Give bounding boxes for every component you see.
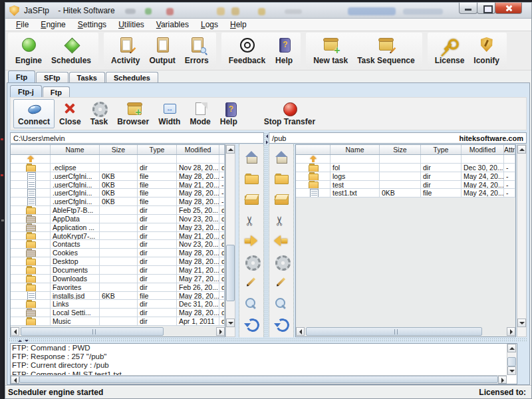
table-row[interactable]: test dir May 24, 20... - [296, 181, 515, 190]
toolbar-button[interactable]: Feedback [224, 34, 270, 67]
strip-button[interactable] [273, 295, 290, 311]
table-row[interactable]: AppData dir Nov 23, 20... d [11, 215, 225, 223]
stop-transfer-button[interactable]: Stop Transfer [259, 99, 320, 128]
local-path-field[interactable]: C:\Users\melvin [10, 132, 264, 144]
menu-item[interactable]: Engine [35, 19, 70, 31]
table-row[interactable]: Links dir Dec 31, 20... d [11, 300, 225, 309]
scroll-right-arrow[interactable] [507, 327, 515, 336]
column-header[interactable]: Size [380, 145, 421, 154]
strip-button[interactable] [243, 170, 260, 186]
table-row[interactable]: installs.jsd 6KB file May 28, 20... - [11, 292, 225, 301]
strip-button[interactable] [273, 316, 290, 332]
strip-button[interactable] [243, 275, 260, 291]
tab[interactable]: Ftp [43, 86, 70, 98]
scrollbar-thumb[interactable] [21, 327, 164, 336]
strip-button[interactable] [273, 275, 290, 291]
tab[interactable]: Tasks [69, 72, 105, 83]
menu-item[interactable]: File [11, 19, 34, 31]
tab[interactable]: Ftp-j [10, 85, 42, 97]
scroll-down-arrow[interactable] [226, 319, 235, 327]
toolbar-button[interactable]: Errors [180, 34, 213, 67]
table-row[interactable]: test1.txt 0KB file May 24, 20... - [296, 189, 515, 198]
maximize-button[interactable] [477, 3, 495, 14]
strip-button[interactable] [243, 191, 260, 207]
column-header[interactable]: Modified [177, 145, 219, 154]
menu-item[interactable]: Variables [151, 19, 194, 31]
menu-item[interactable]: Utilities [113, 19, 150, 31]
column-header[interactable] [219, 145, 225, 154]
panel-splitter[interactable] [264, 132, 269, 337]
remote-path-field[interactable]: /pub hiteksoftware.com [269, 132, 527, 144]
table-row[interactable]: fol dir Dec 30, 20... - [296, 164, 515, 172]
column-header[interactable]: Type [138, 145, 177, 154]
column-header[interactable] [296, 145, 331, 154]
scrollbar-thumb[interactable] [226, 245, 235, 301]
scroll-down-arrow[interactable] [517, 319, 526, 327]
ftp-toolbar-button[interactable]: Width [154, 99, 185, 128]
menu-item[interactable]: Logs [196, 19, 223, 31]
toolbar-button[interactable]: Activity [106, 34, 144, 67]
tab[interactable]: Schedules [106, 72, 158, 83]
table-row[interactable]: .eclipse dir Nov 28, 20... d [11, 164, 225, 172]
scroll-up-arrow[interactable] [517, 145, 526, 154]
column-header[interactable]: Name [331, 145, 380, 154]
local-horizontal-scrollbar[interactable] [11, 327, 225, 336]
remote-horizontal-scrollbar[interactable] [296, 327, 515, 336]
table-row[interactable] [296, 155, 515, 164]
table-row[interactable]: Desktop dir May 28, 20... d [11, 257, 225, 266]
close-button[interactable] [495, 3, 522, 14]
table-row[interactable]: AutoKrypt7-... dir May 21, 20... d [11, 232, 225, 241]
title-bar[interactable]: JaSFtp - Hitek Software [5, 3, 531, 19]
scroll-up-arrow[interactable] [226, 145, 235, 154]
tab[interactable]: Ftp [8, 70, 35, 82]
toolbar-button[interactable]: Output [144, 34, 180, 67]
toolbar-button[interactable]: Help [270, 34, 298, 67]
toolbar-button[interactable]: Engine [11, 34, 47, 67]
ftp-log-area[interactable]: FTP: Command : PWDFTP: Response : 257 "/… [10, 343, 517, 384]
menu-item[interactable]: Help [225, 19, 252, 31]
ftp-toolbar-button[interactable]: Browser [112, 99, 154, 128]
scrollbar-thumb[interactable] [507, 357, 516, 366]
scroll-down-arrow[interactable] [507, 366, 516, 375]
scrollbar-thumb[interactable] [306, 327, 482, 336]
menu-item[interactable]: Settings [72, 19, 112, 31]
ftp-toolbar-button[interactable]: Mode [185, 99, 215, 128]
scroll-left-arrow[interactable] [11, 376, 19, 384]
strip-button[interactable] [243, 316, 260, 332]
toolbar-button[interactable]: New task [309, 34, 352, 67]
table-row[interactable]: Music dir Apr 1, 2011 d [11, 317, 225, 326]
toolbar-button[interactable]: Schedules [47, 34, 96, 67]
table-row[interactable]: Application ... dir May 23, 20... d [11, 223, 225, 232]
table-row[interactable]: .userCfgIni... 0KB file May 21, 20... - [11, 181, 225, 190]
strip-button[interactable] [243, 212, 260, 228]
toolbar-button[interactable]: Task Sequence [352, 34, 419, 67]
table-row[interactable]: logs dir May 24, 20... - [296, 172, 515, 181]
toolbar-button[interactable]: Iconify [469, 34, 504, 67]
strip-button[interactable] [243, 150, 260, 166]
remote-vertical-scrollbar[interactable] [517, 144, 527, 337]
local-vertical-scrollbar[interactable] [225, 144, 235, 337]
strip-button[interactable] [273, 191, 290, 207]
ftp-toolbar-button[interactable]: Close [55, 99, 86, 128]
column-header[interactable]: Modified [462, 145, 504, 154]
strip-button[interactable] [243, 253, 260, 269]
toolbar-button[interactable]: License [430, 34, 469, 67]
strip-button[interactable] [243, 295, 260, 311]
strip-button[interactable] [243, 233, 260, 249]
table-row[interactable]: .userCfgIni... 0KB file May 28, 20... - [11, 172, 225, 181]
strip-button[interactable] [273, 253, 290, 269]
log-splitter[interactable] [9, 338, 528, 342]
table-row[interactable]: Favorites dir Feb 26, 20... d [11, 283, 225, 292]
table-row[interactable] [11, 155, 225, 164]
scroll-left-arrow[interactable] [296, 327, 305, 336]
strip-button[interactable] [273, 150, 290, 166]
table-row[interactable]: Local Setti... dir May 28, 20... d [11, 309, 225, 317]
ftp-toolbar-button[interactable]: Help [215, 99, 242, 128]
table-row[interactable]: Cookies dir May 28, 20... d [11, 249, 225, 257]
scrollbar-thumb[interactable] [19, 376, 498, 383]
column-header[interactable]: Size [100, 145, 138, 154]
table-row[interactable]: .userCfgIni... 0KB file May 28, 20... - [11, 189, 225, 198]
column-header[interactable] [11, 145, 51, 154]
log-vertical-scrollbar[interactable] [507, 344, 517, 375]
tab[interactable]: SFtp [36, 72, 68, 83]
